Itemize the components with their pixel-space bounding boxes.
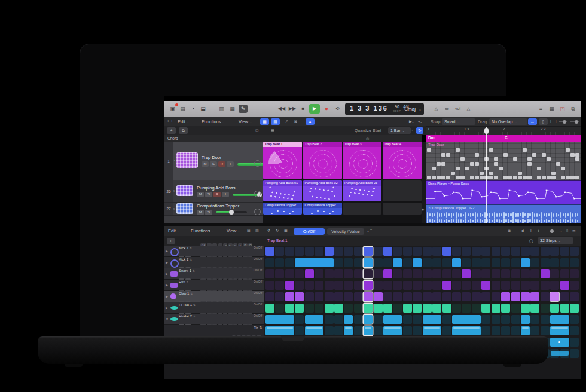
step-cell[interactable] (541, 258, 550, 267)
row-header[interactable]: Tie ⇅◁▷∨∧⊞⊡ (164, 325, 264, 336)
step-cell[interactable] (462, 292, 471, 301)
step-cell[interactable] (570, 349, 579, 358)
step-cell-tied[interactable] (550, 349, 569, 358)
step-cell[interactable] (295, 247, 304, 256)
midi-region-pump-bass[interactable]: Bass Player - Pump Bass (426, 180, 581, 205)
track-i-button[interactable]: I (227, 161, 234, 167)
row-header[interactable]: ▶Snare 1⇅On/OffMS/16⌄→⌄◁▷∨∧⊞⊡ (164, 268, 264, 279)
row-name[interactable]: Clap 1 (179, 292, 189, 295)
stop-button[interactable]: ■ (298, 104, 308, 114)
volume-indicator[interactable]: vol (453, 105, 462, 113)
step-cell[interactable] (432, 270, 441, 278)
cell-edit-icon[interactable]: ▢ (255, 128, 259, 133)
step-cell-on[interactable] (265, 247, 274, 256)
step-cell-on[interactable] (285, 281, 294, 290)
loop-length-icon[interactable]: ◯ (529, 238, 533, 244)
step-cell[interactable] (541, 315, 550, 324)
hzoom-icon[interactable]: ↔ (559, 228, 563, 234)
empty-cell[interactable] (383, 203, 422, 215)
step-cell-on[interactable] (334, 304, 343, 313)
seq-view-menu[interactable]: View⌄ (227, 228, 240, 234)
step-cell[interactable] (501, 270, 510, 278)
step-cell-on[interactable] (492, 304, 500, 313)
brush-tool-icon[interactable]: ▤ (247, 228, 251, 234)
step-cell-on[interactable] (560, 304, 569, 313)
step-cell[interactable] (521, 281, 530, 290)
step-cell[interactable] (530, 247, 539, 256)
step-cell[interactable] (275, 304, 284, 313)
step-cell[interactable] (334, 247, 343, 256)
step-cell-on[interactable] (325, 304, 334, 313)
loop-cell[interactable]: Pumping Acid Bass 01 (263, 180, 302, 201)
secondary-tool-menu[interactable]: +⌄ (418, 119, 422, 124)
step-cell-on[interactable] (344, 315, 353, 324)
disclosure-icon[interactable]: ▶ (166, 261, 168, 264)
disclosure-icon[interactable]: ▶ (166, 295, 168, 298)
step-cell[interactable] (423, 270, 432, 278)
step-cell-on[interactable] (423, 304, 432, 313)
step-cell[interactable] (501, 315, 510, 324)
step-cell-on[interactable] (285, 292, 294, 301)
step-cell[interactable] (305, 247, 314, 256)
step-cell[interactable] (511, 304, 520, 313)
step-cell[interactable] (472, 258, 481, 267)
row-header[interactable]: ▶Kick 1⇅On/OffMS/16⌄→⌄◁▷∨∧⊞⊡ (164, 246, 264, 256)
row-name[interactable]: Hi-Hat 2 (179, 314, 192, 318)
step-cell[interactable] (305, 281, 314, 290)
step-cell[interactable] (413, 292, 422, 301)
step-cell[interactable] (511, 326, 520, 335)
step-cell[interactable] (521, 270, 530, 278)
step-cell-on[interactable] (560, 281, 569, 290)
step-cell[interactable] (354, 258, 363, 267)
quantize-start-dropdown[interactable]: 1 Bar⌄ (388, 127, 411, 134)
track-s-button[interactable]: S (210, 161, 217, 167)
step-cell[interactable] (275, 247, 284, 256)
step-cell-on[interactable] (364, 326, 373, 335)
step-cell[interactable] (265, 258, 274, 267)
list-editors-icon[interactable]: ≡ (536, 105, 545, 113)
catch-button[interactable]: ↔ (528, 118, 537, 125)
step-cell[interactable] (295, 315, 304, 324)
step-cell-on[interactable] (442, 304, 451, 313)
step-cell[interactable] (344, 304, 353, 313)
step-cell[interactable] (393, 270, 402, 278)
step-cell[interactable] (452, 281, 461, 290)
step-cell-on[interactable] (403, 304, 412, 313)
step-cell[interactable] (265, 270, 274, 278)
step-cell-tied[interactable] (265, 326, 294, 335)
step-cell[interactable] (442, 326, 451, 335)
step-cell[interactable] (265, 281, 274, 290)
step-cell[interactable] (550, 281, 559, 290)
step-cell-on[interactable] (530, 304, 539, 313)
step-cell[interactable] (334, 292, 343, 301)
audio-region-topper[interactable]: ↻ Computations Topper G2 (426, 204, 581, 223)
step-cell[interactable] (481, 270, 490, 278)
screenset-icon[interactable]: ▤ (178, 105, 187, 113)
grid-view-toggle[interactable]: ▦ (260, 118, 269, 125)
edit-mode-velocity-button[interactable]: Velocity / Value (327, 228, 364, 235)
step-cell-tied[interactable] (423, 315, 441, 324)
step-cell[interactable] (541, 292, 550, 301)
pattern-length-dropdown[interactable]: 32 Steps⌄ (538, 237, 573, 244)
step-cell[interactable] (570, 315, 579, 324)
track-header-trap-door[interactable]: 1›Trap DoorMSRI (164, 142, 263, 180)
step-cell[interactable] (511, 315, 520, 324)
step-cell-on[interactable] (501, 292, 510, 301)
step-cell-on[interactable] (521, 292, 530, 301)
volume-knob[interactable] (229, 210, 234, 215)
chord-marker[interactable]: C (505, 136, 508, 140)
ll-functions-menu[interactable]: Functions⌄ (202, 118, 225, 125)
count-in-icon[interactable]: ▭ (442, 105, 451, 113)
step-cell[interactable] (374, 315, 383, 324)
track-m-button[interactable]: M (197, 192, 204, 197)
step-cell[interactable] (354, 326, 363, 335)
step-cell[interactable] (354, 270, 363, 278)
step-cell-on[interactable] (364, 258, 373, 267)
step-cell[interactable] (541, 304, 550, 313)
disclosure-icon[interactable]: › (173, 207, 175, 211)
step-cell[interactable] (481, 258, 490, 267)
loop-cell[interactable]: Computations Topper (263, 203, 302, 215)
step-cell-tied[interactable] (383, 326, 402, 335)
step-cell[interactable] (374, 247, 383, 256)
drag-dropdown[interactable]: No Overlap⌄ (489, 118, 527, 125)
